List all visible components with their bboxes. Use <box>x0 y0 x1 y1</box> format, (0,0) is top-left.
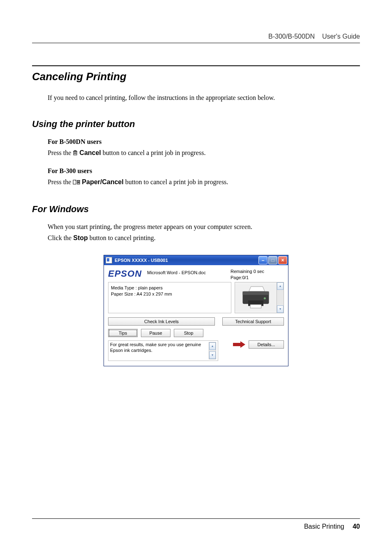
page-footer: Basic Printing 40 <box>32 518 360 530</box>
b500-title: For B-500DN users <box>48 137 360 146</box>
window-title: EPSON XXXXX - USB001 <box>115 258 258 263</box>
b300-instruction: Press the Paper/Cancel button to cancel … <box>48 177 360 187</box>
cancel-icon <box>73 149 78 158</box>
heading-canceling-printing: Canceling Printing <box>32 65 360 83</box>
svg-rect-15 <box>243 291 269 295</box>
stop-label-inline: Stop <box>73 234 88 241</box>
svg-point-18 <box>264 297 266 299</box>
heading-using-printer-button: Using the printer button <box>32 119 360 130</box>
tips-scrollbar[interactable]: ▴ ▾ <box>209 342 216 359</box>
b500-instruction: Press the Cancel button to cancel a prin… <box>48 148 360 158</box>
details-button[interactable]: Details... <box>249 340 284 349</box>
windows-intro: When you start printing, the progress me… <box>48 222 360 231</box>
page-count: Page:0/1 <box>231 275 284 280</box>
svg-rect-17 <box>250 305 261 308</box>
close-button[interactable]: × <box>278 256 287 264</box>
header-doc: User's Guide <box>322 33 360 40</box>
pause-button[interactable]: Pause <box>141 329 171 337</box>
scroll-down-button[interactable]: ▾ <box>277 305 284 313</box>
check-ink-levels-button[interactable]: Check Ink Levels <box>108 317 215 326</box>
svg-rect-5 <box>74 150 76 151</box>
stop-button[interactable]: Stop <box>174 329 203 337</box>
paper-size: Paper Size : A4 210 x 297 mm <box>111 291 228 297</box>
tips-scroll-up-button[interactable]: ▴ <box>209 342 216 350</box>
paper-cancel-icon <box>73 178 80 187</box>
epson-logo: EPSON <box>108 268 142 279</box>
heading-for-windows: For Windows <box>32 204 360 215</box>
remaining-time: Remaining 0 sec <box>231 268 284 274</box>
page-header: B-300/B-500DNUser's Guide <box>32 33 360 43</box>
titlebar: EPSON XXXXX - USB001 – □ × <box>104 255 288 265</box>
scroll-up-button[interactable]: ▴ <box>277 282 284 290</box>
arrow-icon <box>233 342 245 347</box>
media-type: Media Type : plain papers <box>111 285 228 291</box>
maximize-button[interactable]: □ <box>268 256 277 264</box>
document-name: Microsoft Word - EPSON.doc <box>147 270 206 275</box>
progress-meter-window: EPSON XXXXX - USB001 – □ × EPSON Microso… <box>104 255 288 366</box>
windows-click-stop: Click the Stop button to cancel printing… <box>48 233 360 243</box>
svg-marker-13 <box>249 287 265 291</box>
b300-button-label: Paper/Cancel <box>82 178 123 185</box>
tips-scroll-down-button[interactable]: ▾ <box>209 352 216 359</box>
media-info-box: Media Type : plain papers Paper Size : A… <box>108 282 231 313</box>
intro-text: If you need to cancel printing, follow t… <box>48 93 360 102</box>
preview-scrollbar[interactable]: ▴ ▾ <box>277 282 284 313</box>
footer-section: Basic Printing <box>304 523 344 530</box>
header-model: B-300/B-500DN <box>268 33 315 40</box>
app-icon <box>106 257 112 264</box>
minimize-button[interactable]: – <box>258 256 267 264</box>
tips-button[interactable]: Tips <box>108 329 138 337</box>
technical-support-button[interactable]: Technical Support <box>222 317 284 326</box>
footer-page-number: 40 <box>353 523 360 530</box>
printer-preview <box>235 282 277 313</box>
tips-message: For great results, make sure you use gen… <box>110 342 209 359</box>
b300-title: For B-300 users <box>48 166 360 176</box>
tips-message-box: For great results, make sure you use gen… <box>108 340 218 361</box>
b500-button-label: Cancel <box>79 149 101 156</box>
